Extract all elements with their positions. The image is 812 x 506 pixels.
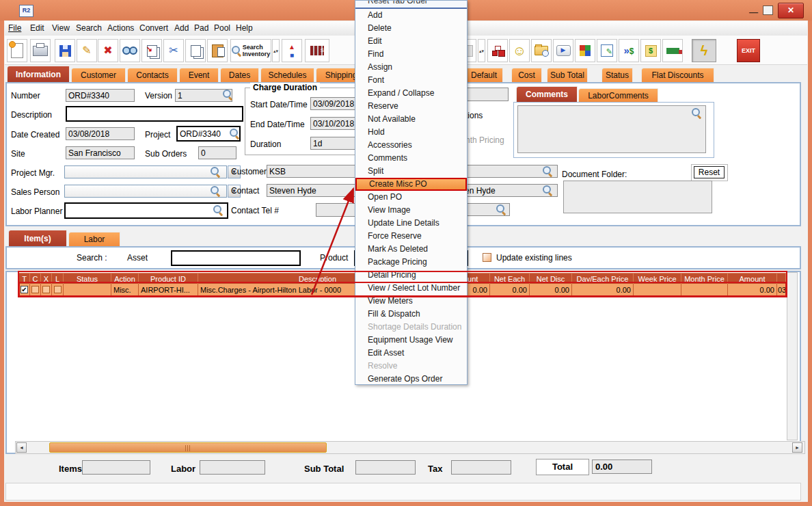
tab-flat-discounts[interactable]: Flat Discounts (641, 68, 714, 82)
menu-pad[interactable]: Pad (194, 23, 208, 33)
labor-planner-search-icon[interactable] (213, 205, 223, 215)
graph-view-button[interactable]: ▲■ (282, 39, 302, 62)
edit-button[interactable]: ✎ (77, 39, 97, 62)
context-menu-item-fill-dispatch[interactable]: Fill & Dispatch (355, 308, 467, 321)
tab-customer[interactable]: Customer (71, 68, 126, 82)
context-menu-item-find[interactable]: Find (355, 48, 467, 61)
context-menu-item-expand-collapse[interactable]: Expand / Collapse (355, 87, 467, 100)
project-search-icon[interactable] (230, 129, 239, 138)
update-existing-lines-checkbox[interactable] (483, 253, 491, 262)
cut-button[interactable]: ✂ (163, 39, 184, 62)
context-menu-item-force-reserve[interactable]: Force Reserve (355, 230, 467, 243)
context-menu-item-view-select-lot-number[interactable]: View / Select Lot Number (355, 282, 467, 295)
context-menu-item-update-line-details[interactable]: Update Line Details (355, 217, 467, 230)
find-button[interactable] (120, 39, 140, 62)
context-menu-item-equipment-usage-view[interactable]: Equipment Usage View (355, 334, 467, 347)
checkbox-unchecked-icon[interactable] (42, 286, 50, 293)
context-menu-item-hold[interactable]: Hold (355, 126, 467, 139)
inventory-blocks-button[interactable] (575, 39, 595, 62)
header-cell-date[interactable] (777, 273, 786, 284)
asset-search-input[interactable] (171, 250, 301, 266)
context-menu-item-delete[interactable]: Delete (355, 22, 467, 35)
copy-button[interactable] (185, 39, 206, 62)
vertical-scrollbar[interactable] (787, 272, 798, 440)
context-menu-item-reset-tab-order[interactable]: Reset Tab Order (355, 1, 467, 9)
row-cell-status[interactable] (64, 284, 111, 296)
minimize-button[interactable]: — (749, 11, 758, 13)
comments-search-icon[interactable] (692, 108, 701, 118)
tax-field[interactable] (451, 460, 511, 475)
paste-button[interactable] (207, 39, 228, 62)
header-cell-action[interactable]: Action (111, 273, 139, 284)
context-menu-item-create-misc-po[interactable]: Create Misc PO (355, 178, 467, 191)
context-menu-item-split[interactable]: Split (355, 165, 467, 178)
row-cell-net-disc[interactable]: 0.00 (530, 284, 572, 296)
context-menu-item-comments[interactable]: Comments (355, 152, 467, 165)
comments-textarea[interactable] (517, 105, 706, 153)
menu-add[interactable]: Add (174, 23, 189, 33)
tab-status[interactable]: Status (601, 68, 633, 82)
menu-file[interactable]: File (8, 23, 21, 33)
context-menu-item-package-pricing[interactable]: Package Pricing (355, 256, 467, 269)
context-menu-item-reserve[interactable]: Reserve (355, 100, 467, 113)
header-cell-t[interactable]: T (19, 273, 30, 284)
new-document-button[interactable] (7, 39, 27, 62)
header-cell-day-each-price[interactable]: Day/Each Price (572, 273, 634, 284)
customer-field[interactable] (267, 165, 357, 178)
header-cell-amount[interactable]: Amount (728, 273, 777, 284)
row-cell-date[interactable]: 03/0 (777, 284, 786, 296)
date-created-field[interactable] (66, 127, 135, 140)
exit-button[interactable]: EXIT (737, 39, 760, 62)
reset-button[interactable]: Reset (694, 166, 725, 178)
calendar-spinner[interactable]: ▴▾ (478, 39, 485, 62)
row-cell-day-each-price[interactable]: 0.00 (572, 284, 634, 296)
tab-comments[interactable]: Comments (516, 86, 578, 102)
shortage-view-button[interactable]: S (305, 39, 329, 62)
forward-billing-button[interactable]: »$ (619, 39, 639, 62)
scroll-right-button[interactable]: ► (792, 442, 802, 453)
context-menu-item-accessories[interactable]: Accessories (355, 139, 467, 152)
tab-cost[interactable]: Cost (511, 68, 542, 82)
copy-to-button[interactable]: ↘ (141, 39, 162, 62)
shortcut-keys-button[interactable]: ▶ (553, 39, 573, 62)
row-cell-net-each[interactable]: 0.00 (490, 284, 530, 296)
print-button[interactable] (30, 39, 51, 62)
contact-field[interactable] (267, 184, 357, 197)
document-folder-box[interactable] (563, 181, 712, 213)
notes-edit-button[interactable]: ✎ (597, 39, 617, 62)
venue-search-icon[interactable] (496, 204, 506, 214)
context-menu-item-detail-pricing[interactable]: Detail Pricing (355, 269, 467, 282)
crew-button[interactable]: ☺ (509, 39, 530, 62)
delete-button[interactable]: ✖ (98, 39, 118, 62)
ship-customer-search-icon[interactable] (543, 166, 552, 176)
items-total-field[interactable] (82, 460, 150, 475)
row-cell-week-price[interactable] (634, 284, 681, 296)
header-cell-net-each[interactable]: Net Each (490, 273, 530, 284)
sales-person-search-icon[interactable] (211, 186, 220, 196)
tab-labor-comments[interactable]: LaborComments (578, 88, 658, 102)
horizontal-scrollbar-thumb[interactable] (49, 442, 327, 453)
dispatch-truck-button[interactable] (662, 39, 683, 62)
header-cell-net-disc[interactable]: Net Disc (530, 273, 572, 284)
menu-convert[interactable]: Convert (139, 23, 168, 33)
context-menu-item-add[interactable]: Add (355, 9, 467, 22)
labor-total-field[interactable] (200, 460, 265, 475)
sub-total-field[interactable] (355, 460, 416, 475)
context-menu-item-not-available[interactable]: Not Available (355, 113, 467, 126)
header-cell-month-price[interactable]: Month Price (681, 273, 728, 284)
context-menu-item-assign[interactable]: Assign (355, 61, 467, 74)
tab-information[interactable]: Information (7, 66, 70, 82)
tab-contacts[interactable]: Contacts (127, 68, 178, 82)
close-button[interactable]: ✕ (778, 3, 804, 18)
scroll-left-button[interactable]: ◄ (16, 442, 27, 453)
site-field[interactable] (66, 146, 135, 159)
search-inventory-button[interactable]: SearchInventory (230, 39, 271, 62)
header-cell-week-price[interactable]: Week Price (634, 273, 681, 284)
version-search-icon[interactable] (223, 90, 232, 99)
row-cell-c[interactable] (30, 284, 41, 296)
history-folder-button[interactable] (531, 39, 552, 62)
tab-event[interactable]: Event (179, 68, 219, 82)
header-cell-product-id[interactable]: Product ID (139, 273, 198, 284)
header-cell-c[interactable]: C (30, 273, 41, 284)
row-cell-product-id[interactable]: AIRPORT-HI... (139, 284, 198, 296)
